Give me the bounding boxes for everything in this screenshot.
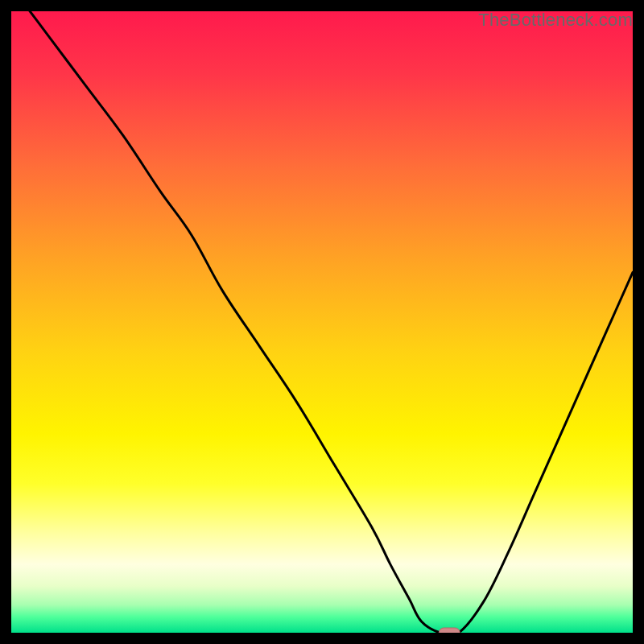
chart-frame: TheBottleneck.com	[11, 11, 633, 633]
bottleneck-plot	[11, 11, 633, 633]
watermark-text: TheBottleneck.com	[478, 10, 633, 31]
optimal-point-marker	[439, 628, 460, 633]
gradient-background	[11, 11, 633, 633]
